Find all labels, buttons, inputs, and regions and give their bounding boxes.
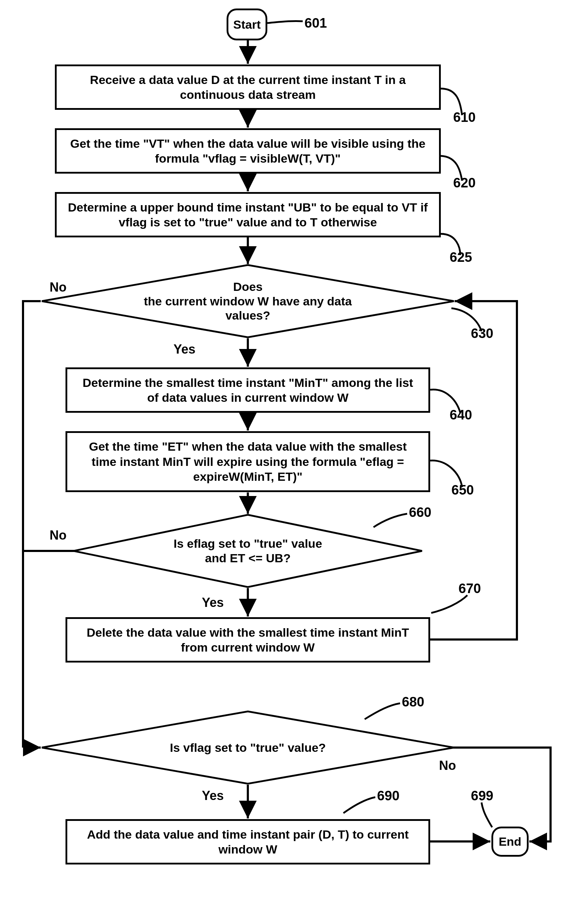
ref-690: 690: [377, 788, 399, 804]
d630-no: No: [49, 280, 67, 295]
step-610: Receive a data value D at the current ti…: [55, 64, 441, 110]
step-670-text: Delete the data value with the smallest …: [76, 625, 420, 655]
ref-601: 601: [304, 16, 327, 31]
ref-610: 610: [453, 110, 476, 125]
step-620-text: Get the time "VT" when the data value wi…: [65, 136, 431, 166]
start-terminator: Start: [227, 8, 267, 40]
end-terminator: End: [491, 827, 528, 857]
step-690-text: Add the data value and time instant pair…: [76, 827, 420, 857]
step-625-text: Determine a upper bound time instant "UB…: [65, 200, 431, 230]
ref-630: 630: [471, 326, 493, 341]
step-610-text: Receive a data value D at the current ti…: [65, 72, 431, 102]
ref-620: 620: [453, 175, 476, 191]
d630-yes: Yes: [173, 342, 196, 357]
ref-699: 699: [471, 788, 493, 804]
d680-yes: Yes: [202, 788, 224, 803]
decision-630-text: Does the current window W have any data …: [69, 267, 426, 335]
ref-625: 625: [449, 250, 472, 265]
end-label: End: [499, 835, 521, 848]
ref-670: 670: [459, 581, 481, 596]
flowchart-canvas: Start 601 Receive a data value D at the …: [0, 0, 581, 924]
d680-no: No: [439, 758, 456, 773]
ref-680: 680: [402, 695, 424, 710]
step-625: Determine a upper bound time instant "UB…: [55, 192, 441, 238]
step-650-text: Get the time "ET" when the data value wi…: [76, 439, 420, 484]
step-650: Get the time "ET" when the data value wi…: [66, 431, 430, 492]
step-640: Determine the smallest time instant "Min…: [66, 367, 430, 413]
decision-660-text: Is eflag set to "true" value and ET <= U…: [103, 521, 393, 581]
start-label: Start: [233, 18, 260, 31]
ref-650: 650: [451, 483, 474, 498]
step-690: Add the data value and time instant pair…: [66, 819, 430, 865]
ref-660: 660: [409, 505, 431, 520]
ref-640: 640: [449, 408, 472, 423]
step-640-text: Determine the smallest time instant "Min…: [76, 375, 420, 405]
decision-680-text: Is vflag set to "true" value?: [92, 721, 403, 774]
d660-yes: Yes: [202, 595, 224, 610]
step-620: Get the time "VT" when the data value wi…: [55, 128, 441, 173]
step-670: Delete the data value with the smallest …: [66, 617, 430, 663]
d660-no: No: [49, 528, 67, 543]
